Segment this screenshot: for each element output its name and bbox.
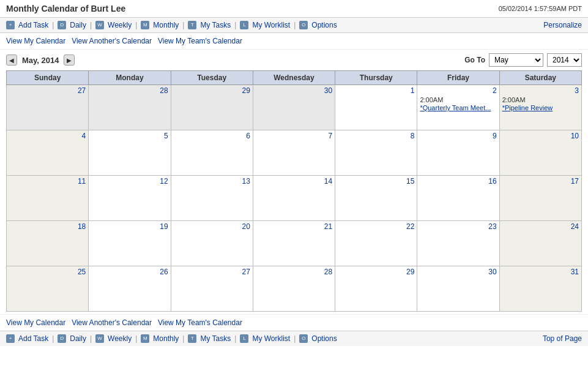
- day-number-link[interactable]: 26: [91, 268, 168, 276]
- day-number-link[interactable]: 10: [502, 132, 579, 140]
- daily-button[interactable]: Daily: [70, 21, 86, 29]
- day-number-link[interactable]: 25: [9, 268, 86, 276]
- calendar-table: Sunday Monday Tuesday Wednesday Thursday…: [6, 70, 582, 312]
- table-row: 8: [335, 130, 417, 176]
- view-my-calendar-link-top[interactable]: View My Calendar: [6, 37, 65, 45]
- bottom-weekly-button[interactable]: Weekly: [108, 334, 132, 343]
- day-number-link[interactable]: 16: [420, 177, 496, 186]
- table-row: 26: [89, 266, 171, 312]
- day-number-link[interactable]: 11: [9, 177, 86, 186]
- day-number-link[interactable]: 24: [502, 222, 579, 231]
- month-year-label: May, 2014: [22, 56, 59, 65]
- day-number-link[interactable]: 29: [174, 86, 250, 95]
- calendar-header-row: Sunday Monday Tuesday Wednesday Thursday…: [7, 71, 582, 85]
- add-task-button[interactable]: Add Task: [18, 21, 48, 29]
- bottom-monthly-button[interactable]: Monthly: [153, 334, 179, 343]
- bottom-tasks-icon: T: [188, 334, 196, 343]
- day-number-link[interactable]: 12: [91, 177, 168, 186]
- view-team-calendar-link-bottom[interactable]: View My Team's Calendar: [158, 318, 242, 327]
- prev-month-button[interactable]: ◀: [6, 54, 17, 66]
- day-number-link[interactable]: 18: [9, 222, 86, 231]
- month-select[interactable]: JanuaryFebruaryMarch AprilMayJune JulyAu…: [489, 53, 543, 67]
- day-number-link[interactable]: 7: [256, 132, 332, 140]
- table-row: 25: [7, 266, 89, 312]
- day-number-link[interactable]: 31: [502, 268, 579, 276]
- table-row: 30: [253, 85, 335, 130]
- day-number-link[interactable]: 22: [338, 222, 414, 231]
- table-row: 6: [171, 130, 253, 176]
- day-number-link[interactable]: 30: [420, 268, 496, 276]
- next-month-button[interactable]: ▶: [64, 54, 75, 66]
- day-number-link[interactable]: 28: [91, 86, 168, 95]
- event-link[interactable]: *Pipeline Review: [502, 104, 553, 111]
- table-row: 18: [7, 221, 89, 266]
- table-row: 28: [89, 85, 171, 130]
- day-number-link[interactable]: 5: [91, 132, 168, 140]
- col-wednesday: Wednesday: [253, 71, 335, 85]
- view-my-calendar-link-bottom[interactable]: View My Calendar: [6, 318, 65, 327]
- day-number-link[interactable]: 15: [338, 177, 414, 186]
- table-row: 9: [417, 130, 499, 176]
- table-row: 4: [7, 130, 89, 176]
- bottom-add-task-button[interactable]: Add Task: [18, 334, 48, 343]
- table-row: 14: [253, 176, 335, 221]
- day-number-link[interactable]: 17: [502, 177, 579, 186]
- day-number-link[interactable]: 29: [338, 268, 414, 276]
- table-row: 24: [499, 221, 581, 266]
- day-number-link[interactable]: 14: [256, 177, 332, 186]
- table-row: 16: [417, 176, 499, 221]
- day-number-link[interactable]: 6: [174, 132, 250, 140]
- table-row: 15: [335, 176, 417, 221]
- day-number-link[interactable]: 27: [9, 86, 86, 95]
- day-number-link[interactable]: 28: [256, 268, 332, 276]
- main-toolbar: + Add Task | D Daily | W Weekly | M Mont…: [0, 18, 588, 33]
- my-tasks-button[interactable]: My Tasks: [200, 21, 231, 29]
- table-row: 20: [171, 221, 253, 266]
- bottom-worklist-icon: L: [240, 334, 248, 343]
- bottom-my-tasks-button[interactable]: My Tasks: [200, 334, 231, 343]
- table-row: 29: [171, 85, 253, 130]
- bottom-my-worklist-button[interactable]: My Worklist: [252, 334, 290, 343]
- top-of-page-link[interactable]: Top of Page: [543, 334, 582, 343]
- event-time: 2:00AM: [502, 96, 579, 103]
- my-worklist-button[interactable]: My Worklist: [252, 21, 290, 29]
- goto-section: Go To JanuaryFebruaryMarch AprilMayJune …: [464, 53, 582, 67]
- day-number-link[interactable]: 8: [338, 132, 414, 140]
- col-saturday: Saturday: [499, 71, 581, 85]
- day-number-link[interactable]: 9: [420, 132, 496, 140]
- calendar-body: 27282930122:00AM*Quarterly Team Meet...3…: [7, 85, 582, 312]
- monthly-button[interactable]: Monthly: [153, 21, 179, 29]
- day-number-link[interactable]: 4: [9, 132, 86, 140]
- day-number-link[interactable]: 19: [91, 222, 168, 231]
- bottom-daily-button[interactable]: Daily: [70, 334, 86, 343]
- personalize-link[interactable]: Personalize: [543, 21, 582, 29]
- day-number-link[interactable]: 20: [174, 222, 250, 231]
- day-number-link[interactable]: 21: [256, 222, 332, 231]
- view-team-calendar-link-top[interactable]: View My Team's Calendar: [158, 37, 242, 45]
- bottom-toolbar: + Add Task | D Daily | W Weekly | M Mont…: [0, 331, 588, 346]
- year-select[interactable]: 201220132014 20152016: [547, 53, 582, 67]
- daily-icon: D: [58, 21, 66, 29]
- options-button[interactable]: Options: [311, 21, 337, 29]
- day-number-link[interactable]: 13: [174, 177, 250, 186]
- weekly-button[interactable]: Weekly: [108, 21, 132, 29]
- view-another-calendar-link-bottom[interactable]: View Another's Calendar: [72, 318, 152, 327]
- table-row: 31: [499, 266, 581, 312]
- view-another-calendar-link-top[interactable]: View Another's Calendar: [72, 37, 152, 45]
- table-row: 23: [417, 221, 499, 266]
- day-number-link[interactable]: 23: [420, 222, 496, 231]
- bottom-monthly-icon: M: [141, 334, 149, 343]
- day-number-link[interactable]: 1: [338, 86, 414, 95]
- day-number-link[interactable]: 30: [256, 86, 332, 95]
- event-link[interactable]: *Quarterly Team Meet...: [420, 104, 491, 111]
- day-number-link[interactable]: 27: [174, 268, 250, 276]
- bottom-options-button[interactable]: Options: [311, 334, 337, 343]
- col-thursday: Thursday: [335, 71, 417, 85]
- calendar-week-row: 45678910: [7, 130, 582, 176]
- add-task-icon: +: [6, 21, 15, 29]
- day-number-link[interactable]: 3: [502, 86, 579, 95]
- options-icon: O: [299, 21, 308, 29]
- table-row: 21: [253, 221, 335, 266]
- col-sunday: Sunday: [7, 71, 89, 85]
- day-number-link[interactable]: 2: [420, 86, 496, 95]
